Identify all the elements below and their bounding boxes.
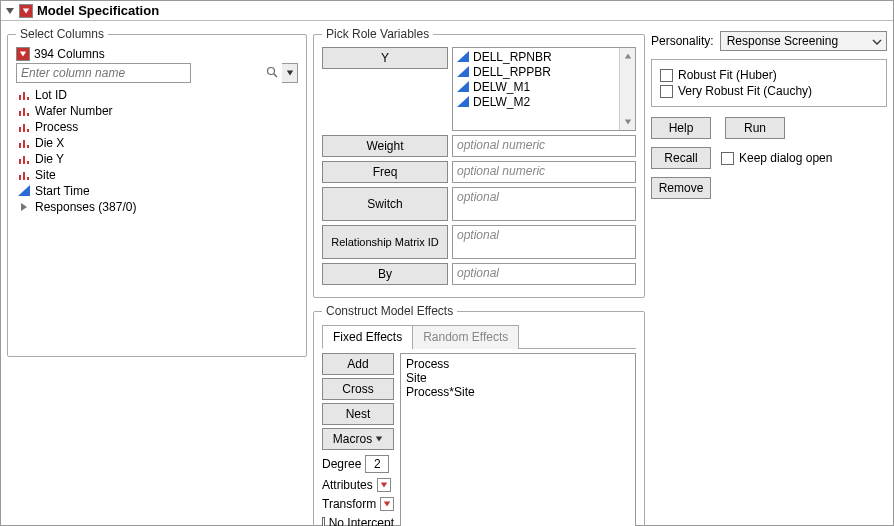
attributes-hotspot-button[interactable]: [377, 478, 391, 492]
by-field[interactable]: optional: [452, 263, 636, 285]
y-item[interactable]: DELW_M1: [457, 80, 615, 95]
nominal-icon: [18, 137, 30, 149]
macros-button[interactable]: Macros: [322, 428, 394, 450]
switch-button[interactable]: Switch: [322, 187, 448, 221]
column-label: Wafer Number: [35, 104, 113, 118]
svg-rect-23: [27, 177, 29, 180]
recall-button[interactable]: Recall: [651, 147, 711, 169]
y-scrollbar[interactable]: [619, 48, 635, 130]
scroll-track[interactable]: [620, 64, 635, 114]
list-item[interactable]: Process: [16, 119, 298, 135]
nominal-icon: [18, 105, 30, 117]
hotspot-button[interactable]: [19, 4, 33, 18]
svg-marker-25: [21, 203, 27, 211]
transform-row: Transform: [322, 497, 394, 511]
nominal-icon: [18, 89, 30, 101]
list-item[interactable]: Die Y: [16, 151, 298, 167]
fit-options-box: Robust Fit (Huber) Very Robust Fit (Cauc…: [651, 59, 887, 107]
list-item[interactable]: Wafer Number: [16, 103, 298, 119]
weight-field[interactable]: optional numeric: [452, 135, 636, 157]
columns-count-label: 394 Columns: [34, 47, 105, 61]
svg-rect-12: [19, 127, 21, 132]
list-item[interactable]: Die X: [16, 135, 298, 151]
scroll-down-icon[interactable]: [620, 114, 635, 130]
column-list[interactable]: Lot ID Wafer Number Process Die X: [16, 87, 298, 337]
search-input[interactable]: [16, 63, 191, 83]
select-columns-panel: Select Columns 394 Columns: [7, 27, 307, 526]
freq-field[interactable]: optional numeric: [452, 161, 636, 183]
effect-item[interactable]: Site: [406, 371, 630, 385]
relmatrix-field[interactable]: optional: [452, 225, 636, 259]
freq-button[interactable]: Freq: [322, 161, 448, 183]
help-button[interactable]: Help: [651, 117, 711, 139]
list-item[interactable]: Lot ID: [16, 87, 298, 103]
personality-select[interactable]: Response Screening: [720, 31, 887, 51]
robust-fit-row[interactable]: Robust Fit (Huber): [660, 68, 878, 82]
switch-row: Switch optional: [322, 187, 636, 221]
by-row: By optional: [322, 263, 636, 285]
svg-rect-8: [27, 97, 29, 100]
effects-list[interactable]: Process Site Process*Site: [400, 353, 636, 526]
y-item[interactable]: DELL_RPNBR: [457, 50, 615, 65]
nominal-icon: [18, 121, 30, 133]
y-button[interactable]: Y: [322, 47, 448, 69]
nest-button[interactable]: Nest: [322, 403, 394, 425]
switch-field[interactable]: optional: [452, 187, 636, 221]
robust-fit-checkbox[interactable]: [660, 69, 673, 82]
continuous-icon: [457, 81, 469, 93]
chevron-down-icon: [872, 37, 882, 47]
tab-random-effects[interactable]: Random Effects: [412, 325, 519, 349]
list-item[interactable]: Site: [16, 167, 298, 183]
svg-rect-17: [27, 145, 29, 148]
run-button[interactable]: Run: [725, 117, 785, 139]
column-label: Die Y: [35, 152, 64, 166]
no-intercept-checkbox[interactable]: [322, 517, 325, 527]
very-robust-fit-checkbox[interactable]: [660, 85, 673, 98]
svg-marker-0: [6, 8, 14, 14]
svg-rect-6: [19, 95, 21, 100]
window: Model Specification Select Columns 394 C…: [0, 0, 894, 526]
pick-role-fieldset: Pick Role Variables Y DELL_RPNBR DELL_RP…: [313, 27, 645, 298]
y-list[interactable]: DELL_RPNBR DELL_RPPBR DELW_M1 DELW_M2: [452, 47, 636, 131]
list-item[interactable]: Start Time: [16, 183, 298, 199]
column-label: Start Time: [35, 184, 90, 198]
degree-input[interactable]: [365, 455, 389, 473]
effect-item[interactable]: Process: [406, 357, 630, 371]
continuous-icon: [18, 185, 30, 197]
svg-rect-9: [19, 111, 21, 116]
column-label: Site: [35, 168, 56, 182]
svg-marker-24: [18, 185, 30, 196]
svg-marker-26: [457, 51, 469, 62]
svg-marker-30: [624, 54, 630, 59]
disclosure-icon[interactable]: [5, 6, 15, 16]
svg-marker-32: [376, 437, 382, 442]
degree-row: Degree: [322, 455, 394, 473]
weight-button[interactable]: Weight: [322, 135, 448, 157]
list-item[interactable]: Responses (387/0): [16, 199, 298, 215]
columns-hotspot-button[interactable]: [16, 47, 30, 61]
remove-button[interactable]: Remove: [651, 177, 711, 199]
expand-icon[interactable]: [19, 202, 29, 212]
relmatrix-button[interactable]: Relationship Matrix ID: [322, 225, 448, 259]
keep-open-checkbox[interactable]: [721, 152, 734, 165]
keep-open-row[interactable]: Keep dialog open: [721, 151, 832, 165]
no-intercept-row[interactable]: No Intercept: [322, 516, 394, 526]
svg-rect-13: [23, 124, 25, 132]
relmatrix-row: Relationship Matrix ID optional: [322, 225, 636, 259]
y-item[interactable]: DELW_M2: [457, 95, 615, 110]
effect-item[interactable]: Process*Site: [406, 385, 630, 399]
add-button[interactable]: Add: [322, 353, 394, 375]
very-robust-fit-row[interactable]: Very Robust Fit (Cauchy): [660, 84, 878, 98]
search-dropdown-button[interactable]: [282, 63, 298, 83]
by-button[interactable]: By: [322, 263, 448, 285]
cross-button[interactable]: Cross: [322, 378, 394, 400]
y-item-label: DELW_M1: [473, 80, 530, 94]
y-item[interactable]: DELL_RPPBR: [457, 65, 615, 80]
effects-tabs: Fixed Effects Random Effects: [322, 324, 636, 349]
tab-fixed-effects[interactable]: Fixed Effects: [322, 325, 413, 349]
y-item-label: DELL_RPPBR: [473, 65, 551, 79]
macros-label: Macros: [333, 432, 372, 446]
svg-marker-5: [286, 71, 292, 76]
scroll-up-icon[interactable]: [620, 48, 635, 64]
transform-hotspot-button[interactable]: [380, 497, 394, 511]
